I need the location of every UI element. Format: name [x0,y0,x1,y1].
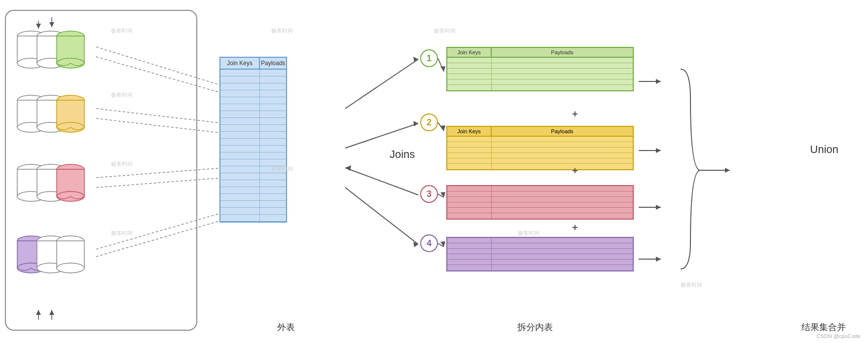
db-stack-purple [14,232,112,289]
db-stack-red [14,160,112,217]
table-row [220,139,286,146]
number-circle-1: 1 [420,49,438,67]
watermark-9: 极客时间 [681,281,702,289]
outer-table-payloads-header: Payloads [260,58,286,69]
svg-marker-31 [656,257,661,262]
watermark-8: 极客时间 [518,229,540,237]
table-row [220,90,286,97]
db-stack-green [14,27,112,84]
svg-line-8 [345,59,418,109]
number-circle-4: 4 [420,234,438,252]
table-row [220,111,286,118]
table-row [220,76,286,83]
plus-sign-2: + [572,165,578,177]
table-row [220,125,286,132]
table-row [220,166,286,173]
result-union-label: 结果集合并 [794,321,853,333]
table-row [220,180,286,187]
svg-marker-21 [440,192,445,197]
table-row [220,215,286,222]
table-row [220,118,286,125]
main-container: Join Keys Payloads [0,0,868,343]
svg-line-16 [438,58,444,72]
db-stack-yellow [14,91,112,148]
table-row [220,159,286,166]
split-table-green: Join Keys Payloads [446,47,634,91]
svg-marker-25 [656,79,661,84]
csdn-label: CSDN @cpuCode [817,333,861,339]
svg-marker-17 [440,66,445,72]
svg-marker-15 [413,242,418,247]
table-row [220,173,286,180]
table-row [220,97,286,104]
table-row [220,83,286,90]
split-table-yellow: Join Keys Payloads [446,126,634,170]
table-row [220,104,286,111]
split-table-red [446,185,634,220]
table-row [220,187,286,194]
table-row [220,146,286,152]
watermark-7: 极客时间 [434,27,456,35]
joins-label: Joins [390,148,415,161]
table-row [220,194,286,201]
table-row [220,152,286,159]
svg-point-77 [57,263,84,273]
svg-marker-11 [413,121,418,126]
number-circle-3: 3 [420,185,438,203]
svg-line-12 [345,168,418,195]
svg-line-20 [438,194,444,197]
svg-line-10 [345,123,418,148]
svg-line-22 [438,243,444,247]
plus-sign-1: + [572,109,578,120]
outer-table: Join Keys Payloads [219,57,287,223]
svg-marker-23 [440,241,445,247]
svg-marker-13 [345,165,351,171]
number-circle-2: 2 [420,114,438,131]
split-table-purple [446,237,634,271]
table-row [220,201,286,208]
union-label: Union [810,143,838,156]
table-row [220,132,286,139]
split-inner-table-label: 拆分内表 [444,321,626,333]
outer-table-label: 外表 [227,321,345,333]
svg-marker-33 [725,168,730,173]
svg-marker-29 [656,205,661,210]
plus-sign-3: + [572,222,578,233]
svg-marker-9 [413,57,418,62]
watermark-5: 极客时间 [271,27,293,35]
svg-line-18 [438,122,444,131]
svg-line-14 [345,188,418,244]
table-row [220,70,286,76]
table-row [220,208,286,215]
outer-table-joinkeys-header: Join Keys [220,58,260,69]
svg-marker-19 [440,125,445,131]
svg-marker-27 [656,148,661,153]
